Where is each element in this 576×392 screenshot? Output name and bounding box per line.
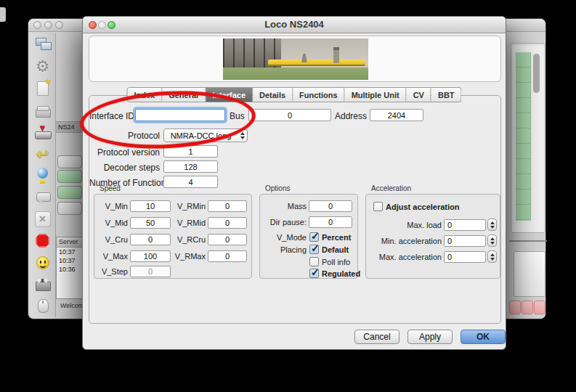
placing-label: Placing xyxy=(261,245,307,254)
mouse-icon[interactable] xyxy=(33,297,53,315)
v-rmin-input[interactable] xyxy=(208,200,247,212)
min-acceleration-stepper[interactable] xyxy=(487,234,497,247)
function-button-pink[interactable] xyxy=(509,301,521,314)
yellow-train xyxy=(268,60,365,66)
status-bar-text: Welcom xyxy=(60,302,84,309)
log-entry: 10:37 xyxy=(57,248,82,256)
v-min-label: V_Min xyxy=(97,202,128,211)
track-grid[interactable] xyxy=(516,52,531,221)
tab-cv[interactable]: CV xyxy=(407,87,431,102)
undo-icon[interactable]: ↩ xyxy=(33,144,53,163)
screen: ⚙ ↩ × NS24 Server 10:37 10:37 10:36 Welc… xyxy=(0,0,576,392)
decoder-steps-label: Decoder steps xyxy=(89,163,160,173)
acceleration-groupbox: Adjust acceleration Max. load Min. accel… xyxy=(365,194,500,279)
speed-group-label: Speed xyxy=(100,184,121,192)
regulated-checkbox-label: Regulated xyxy=(322,269,360,278)
poll-info-checkbox-label: Poll info xyxy=(322,258,350,266)
max-acceleration-input[interactable] xyxy=(444,251,486,263)
options-group-label: Options xyxy=(265,184,290,192)
max-acceleration-label: Max. acceleration xyxy=(368,253,442,261)
max-load-input[interactable] xyxy=(444,219,486,231)
save-icon[interactable] xyxy=(33,123,53,141)
main-close-button[interactable] xyxy=(33,21,41,29)
network-icon[interactable] xyxy=(33,36,53,54)
loco-panel-button[interactable] xyxy=(57,202,82,215)
percent-checkbox[interactable] xyxy=(309,232,319,242)
dir-pause-input[interactable] xyxy=(309,216,352,228)
bus-input[interactable] xyxy=(248,109,331,121)
v-rcru-label: V_RCru xyxy=(171,235,206,244)
v-rmax-label: V_RMax xyxy=(171,252,206,261)
lightbulb-icon[interactable] xyxy=(33,166,53,184)
v-rmin-label: V_RMin xyxy=(171,202,206,211)
loco-panel-button-green[interactable] xyxy=(57,170,82,183)
loco-panel-button[interactable] xyxy=(57,155,82,168)
v-max-label: V_Max xyxy=(97,252,128,261)
v-rmid-input[interactable] xyxy=(208,217,247,229)
decoder-steps-input[interactable] xyxy=(163,160,218,173)
close-button[interactable] xyxy=(89,21,97,29)
mass-label: Mass xyxy=(261,202,307,211)
chat-bubble-icon[interactable] xyxy=(33,188,53,206)
divider xyxy=(509,240,547,242)
close-x-icon[interactable]: × xyxy=(33,210,53,228)
v-step-label: V_Step xyxy=(97,267,128,276)
percent-checkbox-label: Percent xyxy=(322,233,351,242)
protocol-version-label: Protocol version xyxy=(89,147,160,158)
minimize-button[interactable] xyxy=(98,21,106,29)
adjust-acceleration-checkbox[interactable] xyxy=(373,202,383,211)
min-acceleration-input[interactable] xyxy=(444,235,486,247)
church-tower xyxy=(333,50,339,63)
v-cru-label: V_Cru xyxy=(97,235,128,244)
new-file-icon[interactable] xyxy=(33,79,53,97)
tab-details[interactable]: Details xyxy=(253,87,293,102)
smiley-icon[interactable] xyxy=(33,253,53,271)
vertical-scrollbar[interactable] xyxy=(533,54,540,93)
v-min-input[interactable] xyxy=(130,200,171,212)
v-cru-input[interactable] xyxy=(130,234,171,245)
number-of-function-input[interactable] xyxy=(163,176,218,188)
v-mid-label: V_Mid xyxy=(97,219,128,227)
v-mid-input[interactable] xyxy=(130,217,171,229)
tab-multiple-unit[interactable]: Multiple Unit xyxy=(345,87,407,102)
default-checkbox[interactable] xyxy=(309,245,319,254)
v-rcru-input[interactable] xyxy=(208,234,247,245)
settings-gears-icon[interactable]: ⚙ xyxy=(33,57,53,75)
tab-functions[interactable]: Functions xyxy=(293,87,345,102)
windmill xyxy=(301,54,307,62)
poll-info-checkbox[interactable] xyxy=(309,257,319,266)
default-checkbox-label: Default xyxy=(322,245,349,254)
log-entry: 10:36 xyxy=(57,265,82,274)
main-minimize-button[interactable] xyxy=(44,21,52,29)
cancel-button[interactable]: Cancel xyxy=(354,330,399,344)
log-entry: 10:37 xyxy=(57,256,82,265)
max-acceleration-stepper[interactable] xyxy=(487,250,497,263)
layout-table-panel xyxy=(511,43,545,233)
speed-groupbox: V_Min V_RMin V_Mid V_RMid V_Cru V_RCru xyxy=(94,194,252,279)
apply-button[interactable]: Apply xyxy=(407,330,453,344)
regulated-checkbox[interactable] xyxy=(309,269,319,278)
zoom-button[interactable] xyxy=(108,21,115,29)
v-rmax-input[interactable] xyxy=(208,250,247,262)
mass-input[interactable] xyxy=(309,200,352,212)
loco-panel-button-green[interactable] xyxy=(57,186,82,199)
max-load-label: Max. load xyxy=(368,221,442,229)
v-max-input[interactable] xyxy=(130,250,171,262)
workbench-icon[interactable] xyxy=(33,275,53,293)
v-step-input[interactable] xyxy=(130,266,171,277)
banner-photo xyxy=(223,38,368,80)
open-folder-icon[interactable] xyxy=(33,101,53,119)
loco-list-item[interactable]: NS24 xyxy=(56,121,83,133)
function-button-pink[interactable] xyxy=(522,301,533,314)
ok-button[interactable]: OK xyxy=(461,330,506,344)
main-toolbar: ⚙ ↩ × xyxy=(30,33,56,317)
v-mode-label: V_Mode xyxy=(261,233,307,242)
function-button-pink[interactable] xyxy=(534,301,545,314)
v-rmid-label: V_RMid xyxy=(171,219,206,227)
main-zoom-button[interactable] xyxy=(55,21,63,29)
tab-bbt[interactable]: BBT xyxy=(431,87,462,102)
acceleration-group-label: Acceleration xyxy=(371,184,411,192)
address-input[interactable] xyxy=(370,109,423,121)
emergency-stop-icon[interactable] xyxy=(33,232,53,250)
max-load-stepper[interactable] xyxy=(487,219,497,231)
